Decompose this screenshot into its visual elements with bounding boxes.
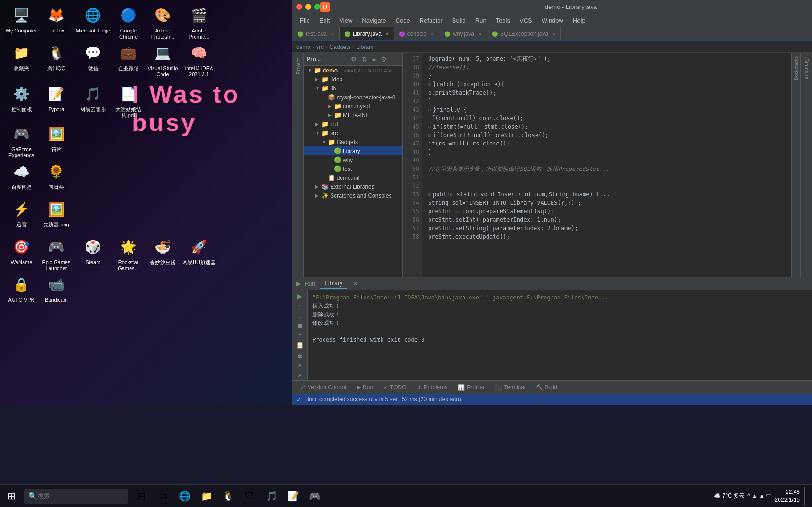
gutter-icon-53[interactable]: ◻	[428, 190, 431, 199]
desktop-icon-收藏夹[interactable]: 📁收藏夹	[4, 41, 39, 72]
panel-sort-icon[interactable]: ⇅	[360, 56, 369, 63]
run-stop-button[interactable]: ⏹	[295, 322, 305, 330]
desktop-icon-AdobePhotosh...[interactable]: 🎨Adobe Photosh...	[145, 4, 180, 40]
run-play-button[interactable]: ▶	[295, 292, 305, 300]
breadcrumb-library[interactable]: Library	[356, 44, 374, 50]
taskbar-app6-icon[interactable]: 🎵	[262, 487, 281, 506]
menu-file[interactable]: File	[296, 16, 314, 25]
bottom-tab-version-control[interactable]: ⎇ Version Control	[294, 383, 351, 392]
breadcrumb-demo[interactable]: demo	[296, 44, 310, 50]
code-area[interactable]: Upgrade( num: 5, bname: "<黑夜行>" ); //Tav…	[422, 53, 791, 277]
maximize-button[interactable]	[314, 4, 320, 10]
tree-root[interactable]: ▼📁demo F:\study\IntelliJ IDEA\d...	[304, 66, 402, 75]
bottom-tab-profiler[interactable]: 📊 Profiler	[453, 383, 489, 392]
show-desktop-button[interactable]	[804, 487, 807, 506]
run-extra1-button[interactable]: »	[295, 361, 305, 369]
desktop-icon-腾讯QQ[interactable]: 🐧腾讯QQ	[39, 41, 74, 72]
run-print-button[interactable]: 🖨	[295, 351, 305, 359]
desktop-icon-先轨题.png[interactable]: 🖼️先轨题.png	[39, 198, 74, 228]
menu-refactor[interactable]: Refactor	[416, 16, 447, 25]
run-filter-button[interactable]: ≡	[295, 331, 305, 339]
tree-item-library[interactable]: 🟢Library	[304, 146, 402, 155]
bottom-tab-todo[interactable]: ✓ TODO	[379, 383, 411, 392]
menu-help[interactable]: Help	[569, 16, 589, 25]
gutter-icon-40[interactable]: ◻	[428, 80, 431, 89]
menu-run[interactable]: Run	[471, 16, 490, 25]
tree-item-scratches-and-consoles[interactable]: ▶✨Scratches and Consoles	[304, 191, 402, 200]
desktop-icon-GoogleChrome[interactable]: 🔵Google Chrome	[111, 4, 146, 40]
tree-item-src[interactable]: ▼📁src	[304, 129, 402, 137]
menu-tools[interactable]: Tools	[492, 16, 514, 25]
tree-item-out[interactable]: ▶📁out	[304, 120, 402, 129]
gutter-icon-46[interactable]: ◻	[428, 131, 431, 139]
desktop-icon-网易云音乐[interactable]: 🎵网易云音乐	[75, 82, 111, 113]
run-extra2-button[interactable]: »	[295, 370, 305, 378]
desktop-icon-Bandicam[interactable]: 📹Bandicam	[39, 273, 74, 303]
tab-libraryjava[interactable]: 🟢Library.java✕	[340, 27, 394, 41]
tab-testjava[interactable]: 🟢test.java✕	[292, 27, 340, 40]
menu-navigate[interactable]: Navigate	[358, 16, 390, 25]
bottom-tab-problems[interactable]: ⚠ Problems	[412, 383, 453, 392]
breadcrumb-src[interactable]: src	[316, 44, 324, 50]
taskbar-app7-icon[interactable]: 📝	[284, 487, 302, 506]
project-tab-label[interactable]: Project	[293, 55, 303, 78]
desktop-icon-网易UU加速器[interactable]: 🚀网易UU加速器	[181, 235, 217, 266]
desktop-icon-Firefox[interactable]: 🦊Firefox	[39, 4, 74, 34]
tree-item-gadgets[interactable]: ▼📁Gadgets	[304, 137, 402, 146]
desktop-icon-Steam[interactable]: 🎲Steam	[75, 235, 111, 266]
menu-vcs[interactable]: VCS	[516, 16, 536, 25]
desktop-icon-IntelliJIDEA2021.3.1[interactable]: 🧠IntelliJ IDEA 2021.3.1	[181, 41, 217, 78]
close-button[interactable]	[296, 4, 302, 10]
desktop-icon-MyComputer[interactable]: 🖥️My Computer	[4, 4, 39, 34]
desktop-icon-GeForceExperience[interactable]: 🎮GeForce Experience	[4, 122, 39, 159]
bottom-tab-terminal[interactable]: ⬛ Terminal	[490, 383, 530, 392]
taskbar-qq-icon[interactable]: 🐧	[219, 487, 237, 506]
gutter-icon-43[interactable]: ◻	[428, 105, 431, 114]
tree-item-mysql-connector-java-8[interactable]: 📦mysql-connector-java-8	[304, 93, 402, 102]
tree-item-meta-inf[interactable]: ▶📁META-INF	[304, 111, 402, 120]
desktop-icon-向日葵[interactable]: 🌻向日葵	[39, 160, 74, 190]
run-scroll-button[interactable]: 📋	[295, 341, 305, 349]
taskbar-search[interactable]: 🔍	[24, 489, 128, 504]
desktop-icon-AUTOVPN[interactable]: 🔒AUTO VPN	[4, 273, 39, 303]
desktop-icon-微信[interactable]: 💬微信	[75, 41, 111, 72]
taskbar-edge-icon[interactable]: 🌐	[175, 487, 194, 506]
menu-view[interactable]: View	[335, 16, 356, 25]
desktop-icon-迅雷[interactable]: ⚡迅雷	[4, 198, 39, 228]
breadcrumb-gadgets[interactable]: Gadgets	[329, 44, 350, 50]
desktop-icon-RockstarGames...[interactable]: 🌟Rockstar Games...	[111, 235, 146, 272]
run-down-button[interactable]: ↓	[295, 312, 305, 320]
desktop-icon-EpicGamesLauncher[interactable]: 🎮Epic Games Launcher	[39, 235, 74, 272]
taskbar-multitask-icon[interactable]: ⊟	[132, 487, 151, 506]
tab-sqlexceptionjava[interactable]: 🟢SQLException.java✕	[487, 27, 561, 40]
search-input[interactable]	[38, 492, 122, 499]
menu-build[interactable]: Build	[448, 16, 470, 25]
panel-close-icon[interactable]: —	[390, 56, 399, 63]
taskbar-360-icon[interactable]: 🛡	[240, 487, 259, 506]
tree-item-why[interactable]: 🟢why	[304, 155, 402, 164]
tab-whyjava[interactable]: 🟢why.java✕	[439, 27, 487, 40]
desktop-icon-控制面板[interactable]: ⚙️控制面板	[4, 82, 39, 113]
taskbar-explorer-icon[interactable]: 📁	[197, 487, 216, 506]
start-button[interactable]: ⊞	[0, 485, 23, 507]
desktop-icon-大话姑娘结构.pdf[interactable]: 📄大话姑娘结构.pdf	[111, 82, 146, 119]
desktop-icon-VisualStudioCode[interactable]: 💻Visual Studio Code	[145, 41, 180, 78]
tree-item-com-mysql[interactable]: ▶📁com.mysql	[304, 102, 402, 111]
desktop-icon-符片[interactable]: 🖼️符片	[39, 122, 74, 153]
bottom-tab-run[interactable]: ▶ Run	[352, 383, 378, 392]
desktop-icon-MicrosoftEdge[interactable]: 🌐Microsoft Edge	[75, 4, 111, 34]
menu-edit[interactable]: Edit	[316, 16, 333, 25]
run-tab-library[interactable]: Library	[320, 279, 347, 289]
menu-code[interactable]: Code	[392, 16, 414, 25]
desktop-icon-AdobePremie...[interactable]: 🎬Adobe Premie...	[181, 4, 217, 40]
desktop-icon-百度网盘[interactable]: ☁️百度网盘	[4, 160, 39, 190]
taskbar-widgets-icon[interactable]: 🗂	[154, 487, 172, 506]
menu-window[interactable]: Window	[538, 16, 567, 25]
bottom-tab-build[interactable]: 🔨 Build	[531, 383, 562, 392]
structure-label[interactable]: Structure	[802, 55, 812, 83]
desktop-icon-企业微信[interactable]: 💼企业微信	[111, 41, 146, 72]
tree-item-demo-iml[interactable]: 📋demo.iml	[304, 173, 402, 182]
desktop-icon-WeName[interactable]: 🎯WeName	[4, 235, 39, 266]
tree-item--idea[interactable]: ▶📁.idea	[304, 75, 402, 84]
tree-item-test[interactable]: 🟢test	[304, 164, 402, 173]
